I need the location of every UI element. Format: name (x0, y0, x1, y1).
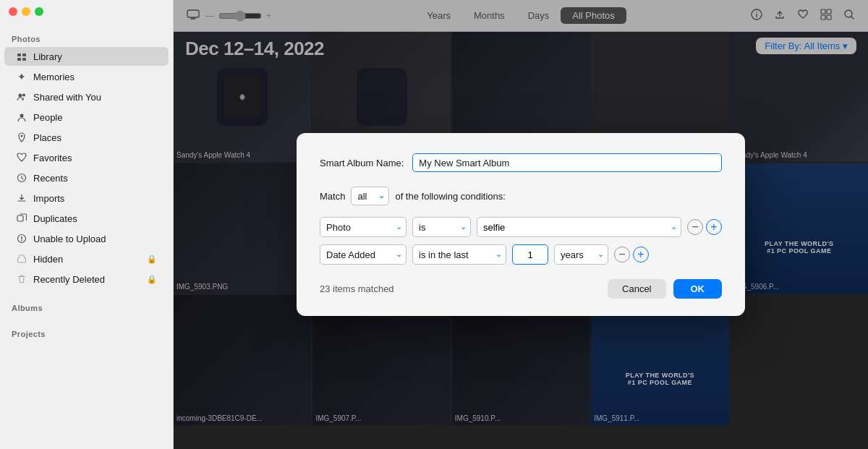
close-button[interactable] (9, 7, 17, 16)
places-icon (16, 132, 27, 143)
modal-backdrop: Smart Album Name: Match all any of the f… (174, 0, 868, 449)
cond2-value-input[interactable] (512, 244, 548, 265)
condition-row-2: Date Added Photo is in the last is not i… (320, 244, 722, 265)
svg-point-7 (21, 135, 23, 137)
cond1-operator-select[interactable]: is is not contains (412, 217, 471, 237)
cond1-buttons: − + (687, 219, 722, 235)
condition-row-1: Photo Date Added is is not contains self… (320, 217, 722, 237)
cond2-remove-button[interactable]: − (614, 247, 630, 262)
sidebar-section-photos: Photos (0, 29, 173, 46)
people-icon (16, 111, 27, 123)
recents-label: Recents (33, 173, 157, 184)
favorites-icon (16, 152, 27, 163)
cancel-button[interactable]: Cancel (608, 279, 665, 299)
modal-actions: Cancel OK (608, 279, 722, 299)
sidebar-item-memories[interactable]: ✦ Memories (4, 67, 169, 86)
unable-upload-icon (16, 233, 27, 244)
cond2-operator-wrap: is in the last is not in the last is bef… (412, 244, 506, 265)
cond1-value-wrap: selfie (477, 217, 681, 237)
sidebar-item-favorites[interactable]: Favorites (4, 148, 169, 167)
sidebar-item-imports[interactable]: Imports (4, 189, 169, 208)
svg-point-5 (22, 94, 25, 97)
cond2-operator-select[interactable]: is in the last is not in the last is bef… (412, 244, 506, 265)
library-label: Library (33, 51, 157, 62)
shared-with-you-label: Shared with You (33, 92, 157, 103)
duplicates-icon (16, 213, 27, 224)
match-label-post: of the following conditions: (395, 191, 505, 202)
sidebar-item-duplicates[interactable]: Duplicates (4, 209, 169, 228)
cond2-field-select[interactable]: Date Added Photo (320, 244, 407, 265)
unable-upload-label: Unable to Upload (33, 234, 157, 244)
cond2-unit-wrap: years months weeks days (554, 244, 608, 265)
sidebar-item-places[interactable]: Places (4, 128, 169, 147)
cond2-add-button[interactable]: + (633, 247, 649, 262)
svg-rect-0 (17, 54, 21, 56)
sidebar-item-hidden[interactable]: Hidden 🔒 (4, 249, 169, 268)
library-icon (16, 51, 27, 62)
svg-rect-9 (17, 215, 23, 221)
cond2-field-wrap: Date Added Photo (320, 244, 407, 265)
shared-icon (16, 91, 27, 103)
sidebar-item-unable-to-upload[interactable]: Unable to Upload (4, 229, 169, 248)
svg-rect-2 (17, 58, 21, 61)
people-label: People (33, 112, 157, 123)
sidebar-item-people[interactable]: People (4, 108, 169, 127)
smart-album-modal: Smart Album Name: Match all any of the f… (297, 133, 745, 316)
cond1-field-select[interactable]: Photo Date Added (320, 217, 407, 237)
album-name-row: Smart Album Name: (320, 153, 722, 172)
cond1-field-wrap: Photo Date Added (320, 217, 407, 237)
memories-label: Memories (33, 72, 157, 82)
cond1-operator-wrap: is is not contains (412, 217, 471, 237)
sidebar-section-albums: Albums (0, 298, 173, 315)
match-select[interactable]: all any (351, 187, 389, 205)
favorites-label: Favorites (33, 153, 157, 163)
traffic-lights (9, 7, 43, 16)
match-count: 23 items matched (320, 283, 394, 294)
places-label: Places (33, 132, 157, 143)
hidden-label: Hidden (33, 254, 141, 265)
hidden-lock-icon: 🔒 (147, 255, 157, 264)
hidden-icon (16, 253, 27, 265)
main-content: — + Years Months Days All Photos (174, 0, 868, 449)
cond1-add-button[interactable]: + (706, 219, 722, 235)
sidebar-item-library[interactable]: Library (4, 47, 169, 66)
recently-deleted-icon (16, 273, 27, 285)
cond2-unit-select[interactable]: years months weeks days (554, 244, 608, 265)
memories-icon: ✦ (16, 71, 27, 82)
sidebar-item-shared-with-you[interactable]: Shared with You (4, 87, 169, 106)
sidebar-item-recents[interactable]: Recents (4, 168, 169, 187)
sidebar-section-projects: Projects (0, 324, 173, 341)
cond1-remove-button[interactable]: − (687, 219, 703, 235)
match-select-wrap: all any (351, 187, 389, 205)
svg-point-6 (20, 114, 24, 118)
album-name-input[interactable] (412, 153, 722, 172)
svg-rect-1 (22, 54, 26, 56)
imports-label: Imports (33, 193, 157, 204)
sidebar-item-recently-deleted[interactable]: Recently Deleted 🔒 (4, 270, 169, 288)
maximize-button[interactable] (35, 7, 43, 16)
cond2-buttons: − + (614, 247, 649, 262)
album-name-label: Smart Album Name: (320, 158, 404, 168)
svg-rect-3 (22, 58, 26, 61)
recents-icon (16, 172, 27, 184)
duplicates-label: Duplicates (33, 213, 157, 224)
svg-point-4 (19, 94, 22, 98)
modal-footer: 23 items matched Cancel OK (320, 279, 722, 299)
recently-deleted-label: Recently Deleted (33, 274, 141, 285)
imports-icon (16, 192, 27, 204)
ok-button[interactable]: OK (673, 279, 723, 299)
cond1-value-select[interactable]: selfie (477, 217, 681, 237)
recently-deleted-lock-icon: 🔒 (147, 275, 157, 284)
minimize-button[interactable] (22, 7, 30, 16)
match-label-pre: Match (320, 191, 345, 202)
sidebar: Photos Library ✦ Memories Shared with Yo… (0, 0, 174, 449)
match-row: Match all any of the following condition… (320, 187, 722, 205)
